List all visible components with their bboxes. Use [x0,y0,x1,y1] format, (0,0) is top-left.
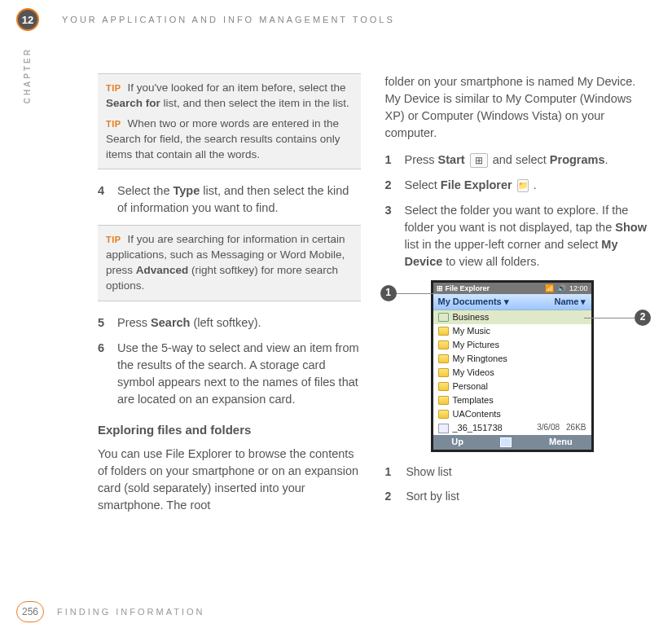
file-icon [438,424,449,433]
footer-section-title: FINDING INFORMATION [57,607,204,617]
step-body: Press Search (left softkey). [117,314,361,332]
tip-text: If you've looked for an item before, sel… [127,81,345,94]
step-number: 3 [385,202,405,270]
folder-row[interactable]: Business [433,310,591,324]
phone-softkeys: Up Menu [433,435,591,450]
phone-statusbar: ⊞File Explorer 📶 🔊 12:00 [433,283,591,294]
step-body: Select the Type list, and then select th… [117,182,361,217]
tip-bold: Search for [106,97,160,109]
clock: 12:00 [569,283,588,294]
folder-row[interactable]: My Pictures [433,338,591,352]
tip-label: TIP [106,83,121,93]
legend-row: 2 Sort by list [385,488,648,504]
folder-row[interactable]: My Videos [433,366,591,380]
phone-toolbar: My Documents ▾ Name ▾ [433,294,591,310]
item-name: Personal [453,380,488,393]
step-5: 5 Press Search (left softkey). [98,314,361,332]
tip-item: TIP If you are searching for information… [106,232,353,294]
step-number: 4 [98,182,117,217]
folder-row[interactable]: UAContents [433,407,591,421]
step-1: 1 Press Start ⊞ and select Programs. [385,152,648,169]
phone-app-title: ⊞File Explorer [437,283,490,294]
step-number: 1 [385,152,405,169]
file-explorer-icon: 📁 [517,179,529,192]
legend-number: 2 [385,488,406,504]
figure-file-explorer: 1 2 ⊞File Explorer 📶 🔊 12:00 My Document… [385,280,648,452]
folder-icon [438,340,449,349]
step-body: Press Start ⊞ and select Programs. [405,152,648,169]
item-name: UAContents [453,408,501,421]
paragraph: folder on your smartphone is named My De… [385,73,648,142]
left-column: TIP If you've looked for an item before,… [98,73,361,580]
folder-icon [438,354,449,363]
callout-2: 2 [635,310,651,326]
tip-item: TIP When two or more words are entered i… [106,116,353,163]
item-name: Business [453,311,490,324]
volume-icon: 🔊 [557,283,566,294]
softkey-up[interactable]: Up [451,436,463,449]
folder-row[interactable]: Templates [433,393,591,407]
item-name: My Pictures [453,339,499,352]
phone-screenshot: ⊞File Explorer 📶 🔊 12:00 My Documents ▾ … [431,280,594,452]
section-heading: Exploring files and folders [98,421,361,439]
tip-label: TIP [106,235,121,244]
step-body: Use the 5-way to select and view an item… [117,340,361,408]
legend-text: Sort by list [406,488,648,504]
legend-row: 1 Show list [385,463,648,480]
folder-icon [438,368,449,377]
tip-item: TIP If you've looked for an item before,… [106,81,353,112]
callout-line [397,293,439,294]
folder-icon [438,410,449,419]
windows-flag-icon: ⊞ [470,153,488,168]
right-column: folder on your smartphone is named My De… [385,73,648,580]
sort-by-dropdown[interactable]: Name ▾ [554,296,586,309]
folder-row[interactable]: My Ringtones [433,352,591,366]
item-name: _36_151738 [453,422,503,435]
step-6: 6 Use the 5-way to select and view an it… [98,340,361,408]
item-meta: 3/6/0826KB [537,422,586,434]
legend-number: 1 [385,463,406,480]
windows-flag-icon[interactable] [500,437,512,447]
content-columns: TIP If you've looked for an item before,… [98,73,648,580]
folder-row[interactable]: Personal [433,380,591,393]
show-list-dropdown[interactable]: My Documents ▾ [438,296,509,309]
item-size: 26KB [566,422,586,434]
signal-icon: 📶 [545,283,554,294]
step-2: 2 Select File Explorer 📁 . [385,177,648,194]
folder-icon [438,327,449,336]
step-4: 4 Select the Type list, and then select … [98,182,361,217]
windows-flag-icon: ⊞ [437,283,443,294]
step-3: 3 Select the folder you want to explore.… [385,202,648,270]
phone-file-list: BusinessMy MusicMy PicturesMy RingtonesM… [433,310,591,435]
callout-line [584,318,635,318]
folder-icon [438,382,449,391]
paragraph: You can use File Explorer to browse the … [98,446,361,514]
tip-box-1: TIP If you've looked for an item before,… [98,73,361,169]
page-header: 12 YOUR APPLICATION AND INFO MANAGEMENT … [16,7,656,33]
item-date: 3/6/08 [537,422,560,434]
tip-text: When two or more words are entered in th… [106,117,340,160]
step-number: 5 [98,314,117,332]
chapter-vertical-label: CHAPTER [23,47,32,103]
step-body: Select File Explorer 📁 . [405,177,648,194]
item-name: Templates [453,394,494,407]
chapter-title: YOUR APPLICATION AND INFO MANAGEMENT TOO… [62,15,395,24]
callout-1: 1 [380,285,397,301]
step-body: Select the folder you want to explore. I… [405,202,648,270]
tip-label: TIP [106,119,121,129]
chapter-number-badge: 12 [16,8,39,31]
tip-box-2: TIP If you are searching for information… [98,225,361,301]
tip-text: list, and then select the item in the li… [160,97,349,109]
item-name: My Videos [453,367,494,380]
step-number: 6 [98,340,117,408]
folder-icon [438,313,449,322]
legend-text: Show list [406,463,648,480]
item-name: My Ringtones [453,353,507,366]
page-footer: 256 FINDING INFORMATION [16,601,204,622]
item-name: My Music [453,325,490,338]
folder-icon [438,396,449,405]
folder-row[interactable]: My Music [433,324,591,338]
softkey-menu[interactable]: Menu [549,436,573,449]
page-number: 256 [16,601,44,622]
file-row[interactable]: _36_1517383/6/0826KB [433,421,591,435]
